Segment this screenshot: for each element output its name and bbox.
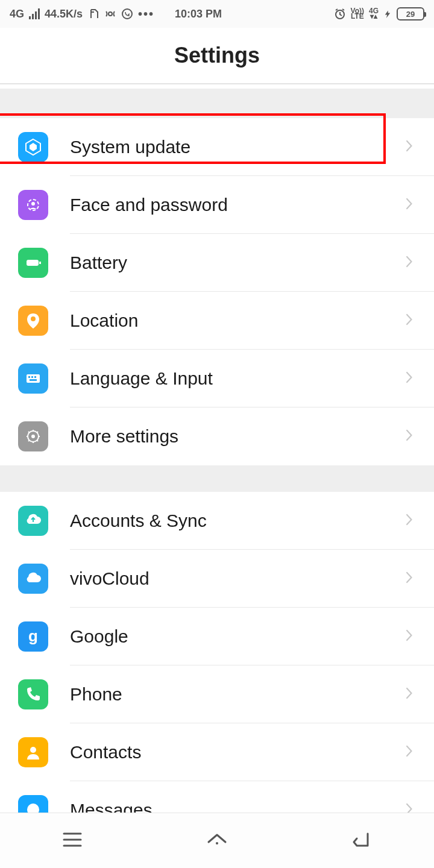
vibrate-icon <box>104 8 116 20</box>
contact-icon <box>18 737 48 767</box>
google-icon <box>18 621 48 652</box>
phone-icon <box>18 679 48 709</box>
chevron-right-icon <box>404 429 417 444</box>
row-vivocloud[interactable]: vivoCloud <box>0 550 434 608</box>
pin-icon <box>18 306 48 336</box>
row-google[interactable]: Google <box>0 608 434 665</box>
message-icon <box>18 795 48 813</box>
update-icon <box>18 132 48 162</box>
keyboard-icon <box>18 363 48 394</box>
network-type: 4G <box>10 8 24 20</box>
charging-icon <box>383 8 392 20</box>
cloud-icon <box>18 564 48 594</box>
row-label: System update <box>70 137 404 157</box>
chevron-right-icon <box>404 313 417 329</box>
recents-button[interactable] <box>60 828 84 854</box>
music-icon <box>87 8 99 20</box>
data-speed: 44.5K/s <box>45 8 83 20</box>
face-icon <box>18 190 48 220</box>
row-label: Contacts <box>70 742 404 763</box>
cloud-sync-icon <box>18 506 48 536</box>
navigation-bar <box>0 813 434 868</box>
row-label: Battery <box>70 253 404 273</box>
row-label: vivoCloud <box>70 568 404 589</box>
status-bar: 4G 44.5K/s ••• 10:03 PM Vo))LTE 4G▾▴ 29 <box>0 0 434 28</box>
row-label: Google <box>70 626 404 647</box>
row-accounts-sync[interactable]: Accounts & Sync <box>0 492 434 550</box>
row-face-password[interactable]: Face and password <box>0 176 434 234</box>
signal-bars-icon <box>29 8 40 19</box>
row-label: Accounts & Sync <box>70 511 404 531</box>
previous-group-peek <box>0 84 434 89</box>
battery-indicator: 29 <box>397 7 424 20</box>
volte-indicator: Vo))LTE <box>351 8 364 19</box>
row-label: Messages <box>70 800 404 813</box>
row-battery[interactable]: Battery <box>0 234 434 292</box>
chevron-right-icon <box>404 255 417 271</box>
chevron-right-icon <box>404 197 417 213</box>
chevron-right-icon <box>404 513 417 529</box>
chevron-right-icon <box>404 687 417 702</box>
page-title: Settings <box>0 28 434 84</box>
settings-group: Accounts & SyncvivoCloudGooglePhoneConta… <box>0 492 434 813</box>
network-indicator: 4G▾▴ <box>369 8 379 19</box>
row-label: Language & Input <box>70 368 404 389</box>
whatsapp-icon <box>121 8 133 20</box>
chevron-right-icon <box>404 744 417 760</box>
chevron-right-icon <box>404 629 417 644</box>
row-location[interactable]: Location <box>0 292 434 350</box>
more-notifications-icon: ••• <box>138 7 154 21</box>
chevron-right-icon <box>404 139 417 155</box>
row-label: Phone <box>70 684 404 705</box>
row-label: More settings <box>70 426 404 447</box>
chevron-right-icon <box>404 802 417 813</box>
row-label: Face and password <box>70 195 404 215</box>
battery-icon <box>18 248 48 278</box>
gear-icon <box>18 421 48 451</box>
row-system-update[interactable]: System update <box>0 118 434 176</box>
alarm-icon <box>334 8 346 20</box>
home-button[interactable] <box>205 828 229 854</box>
clock-time: 10:03 PM <box>175 8 222 20</box>
row-label: Location <box>70 310 404 331</box>
chevron-right-icon <box>404 571 417 587</box>
settings-group: System updateFace and passwordBatteryLoc… <box>0 118 434 465</box>
chevron-right-icon <box>404 371 417 386</box>
row-contacts[interactable]: Contacts <box>0 723 434 781</box>
row-phone[interactable]: Phone <box>0 665 434 723</box>
back-button[interactable] <box>350 828 374 854</box>
row-language-input[interactable]: Language & Input <box>0 350 434 407</box>
row-messages[interactable]: Messages <box>0 781 434 813</box>
row-more-settings[interactable]: More settings <box>0 407 434 465</box>
settings-scroll[interactable]: System updateFace and passwordBatteryLoc… <box>0 84 434 813</box>
